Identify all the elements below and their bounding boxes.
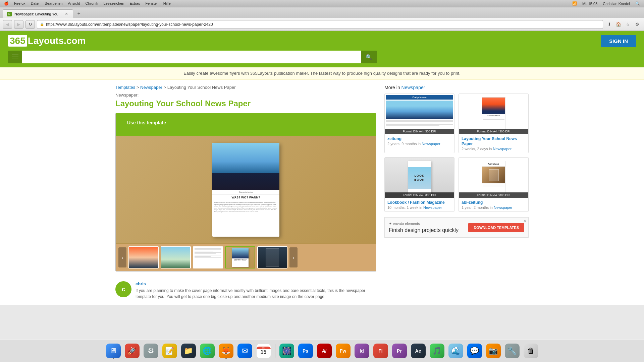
app4-icon: ✉	[237, 344, 252, 358]
dock-item-premiere[interactable]: Pr	[391, 342, 408, 360]
dock-item-system-prefs[interactable]: ⚙	[142, 342, 160, 360]
forward-button[interactable]: ▶	[14, 20, 23, 29]
dock-item-flash[interactable]: Fl	[372, 342, 389, 360]
signin-button[interactable]: SIGN IN	[601, 35, 636, 47]
menu-extras[interactable]: Extras	[129, 1, 140, 6]
back-button[interactable]: ◀	[3, 20, 12, 29]
lookbook-meta-link[interactable]: Newspaper	[423, 205, 442, 209]
thumbnail-1[interactable]	[128, 246, 159, 268]
dock-item-finder[interactable]: 🖥	[105, 342, 122, 360]
ad-close-button[interactable]: ✕	[523, 219, 526, 223]
dock-item-launchpad[interactable]: 🚀	[123, 342, 141, 360]
app9-icon: 📷	[486, 344, 501, 358]
thumbnail-5[interactable]	[257, 246, 287, 268]
settings-icon[interactable]: ⚙	[633, 20, 641, 28]
dock-item-app3[interactable]: 🦊	[217, 342, 235, 360]
site-logo[interactable]: 365Layouts.com	[8, 36, 86, 46]
layouting-title-link[interactable]: Layouting Your School News Paper	[462, 136, 517, 146]
system-prefs-icon: ⚙	[144, 344, 158, 358]
reviewer-initial: c	[122, 286, 125, 293]
logo-text: Layouts.com	[28, 36, 86, 46]
menu-ansicht[interactable]: Ansicht	[68, 1, 80, 6]
menu-fenster[interactable]: Fenster	[145, 1, 158, 6]
info-banner-text: Easily create awesome flyers with 365Lay…	[183, 71, 461, 76]
new-tab-button[interactable]: +	[74, 9, 83, 18]
reviewer-name[interactable]: chris	[136, 281, 146, 286]
search-submit-button[interactable]: 🔍	[361, 51, 377, 63]
thumbnail-4-active[interactable]: WAS? WO? WANN?	[225, 246, 255, 268]
dock-item-fireworks[interactable]: 🎆	[278, 342, 296, 360]
lookbook-title-link[interactable]: Lookbook / Fashion Magazine	[387, 200, 445, 205]
dock-item-app10[interactable]: 🔧	[503, 342, 521, 360]
abi-title-link[interactable]: abi-zeitung	[462, 200, 483, 205]
hamburger-line-2	[12, 57, 18, 57]
thumbnail-2[interactable]	[161, 246, 191, 268]
dock-item-app7[interactable]: 🌊	[447, 342, 465, 360]
dock-item-photoshop[interactable]: Ps	[297, 342, 314, 360]
browser-tab-active[interactable]: N Newspaper: Layouting You... ✕	[3, 9, 73, 18]
layouting-meta-link[interactable]: Newspaper	[493, 147, 512, 151]
template-card-lookbook[interactable]: LOOK BOOK Format DIN A4 / 300 DPI Lookbo…	[384, 157, 454, 212]
dock-item-notes[interactable]: 📝	[161, 342, 178, 360]
dock-item-app5[interactable]: Mi 15	[255, 342, 272, 360]
dock-item-illustrator[interactable]: Ai	[316, 342, 333, 360]
dock-item-fireworks2[interactable]: Fw	[334, 342, 352, 360]
url-bar[interactable]: 🔒 https://www.365layouts.com/en/template…	[37, 20, 603, 29]
zeitung-format-badge: Format DIN A4 / 300 DPI	[385, 129, 454, 134]
apple-menu[interactable]: 🍎	[4, 1, 9, 6]
tab-title: Newspaper: Layouting You...	[14, 12, 61, 16]
dock-item-app4[interactable]: ✉	[236, 342, 254, 360]
thumb-next-button[interactable]: ›	[289, 247, 298, 267]
bookmark-icon[interactable]: ☆	[624, 20, 632, 28]
breadcrumb-newspaper[interactable]: Newspaper	[140, 85, 162, 90]
zeitung-preview: Daily News	[385, 94, 454, 134]
mockup-city-skyline	[212, 173, 279, 190]
dock-item-indesign[interactable]: Id	[353, 342, 371, 360]
dock-item-aftereffects[interactable]: Ae	[410, 342, 427, 360]
zeitung-photo	[386, 101, 453, 119]
dock-item-app1[interactable]: 📁	[180, 342, 197, 360]
menu-lesezeichen[interactable]: Lesezeichen	[104, 1, 124, 6]
template-card-img-abi: ABI 2016 Format	[459, 158, 528, 198]
dock-item-trash[interactable]: 🗑	[522, 342, 540, 360]
more-in-link[interactable]: Newspaper	[401, 85, 425, 90]
menu-datei[interactable]: Datei	[31, 1, 40, 6]
zeitung-header: Daily News	[386, 95, 453, 100]
reviewer-avatar: c	[115, 281, 131, 297]
download-icon[interactable]: ⬇	[605, 20, 613, 28]
zeitung-title-link[interactable]: zeitung	[387, 136, 401, 141]
menu-bearbeiten[interactable]: Bearbeiten	[45, 1, 62, 6]
thumbnail-3[interactable]	[193, 246, 223, 268]
template-card-zeitung[interactable]: Daily News Format DIN A4 / 300 DPI	[384, 94, 454, 153]
app-name[interactable]: Firefox	[14, 1, 25, 6]
zeitung-meta-link[interactable]: Newspaper	[422, 142, 440, 146]
hamburger-button[interactable]	[8, 51, 22, 63]
browser-toolbar-icons: ⬇ 🏠 ☆ ⚙	[605, 20, 641, 28]
home-icon[interactable]: 🏠	[614, 20, 623, 28]
logo-365: 365	[8, 35, 27, 47]
dock-item-app9[interactable]: 📷	[485, 342, 502, 360]
dock-item-app2[interactable]: 🌐	[199, 342, 216, 360]
abi-meta-link[interactable]: Newspaper	[494, 205, 513, 209]
thumb-newspaper-img: WAS? WO? WANN?	[226, 247, 255, 268]
template-card-abi[interactable]: ABI 2016 Format	[459, 157, 529, 212]
search-icon[interactable]: 🔍	[635, 1, 640, 6]
thumb-prev-button[interactable]: ‹	[118, 247, 126, 267]
reload-button[interactable]: ↻	[25, 20, 35, 29]
use-template-button[interactable]: Use this template	[120, 117, 173, 129]
lookbook-label-book: BOOK	[414, 178, 425, 181]
layouting-card-info: Layouting Your School News Paper 2 weeks…	[459, 134, 528, 153]
ad-download-button[interactable]: DOWNLOAD TEMPLATES	[468, 223, 524, 232]
breadcrumb-templates[interactable]: Templates	[115, 85, 135, 90]
thumb-text-img	[194, 247, 222, 268]
abi-header: ABI 2016	[482, 161, 505, 167]
dock-item-app8[interactable]: 💬	[466, 342, 483, 360]
template-card-layouting[interactable]: WAS? WO? WANN? Format DIN A4 / 300 DPI	[459, 94, 529, 153]
dock-item-app6[interactable]: 🎵	[428, 342, 446, 360]
tab-close-button[interactable]: ✕	[64, 12, 69, 16]
menu-hilfe[interactable]: Hilfe	[163, 1, 171, 6]
template-card-img-layouting: WAS? WO? WANN? Format DIN A4 / 300 DPI	[459, 94, 528, 134]
search-input[interactable]	[22, 51, 361, 63]
breadcrumb-current: Layouting Your School News Paper	[167, 85, 236, 90]
menu-chronik[interactable]: Chronik	[86, 1, 98, 6]
